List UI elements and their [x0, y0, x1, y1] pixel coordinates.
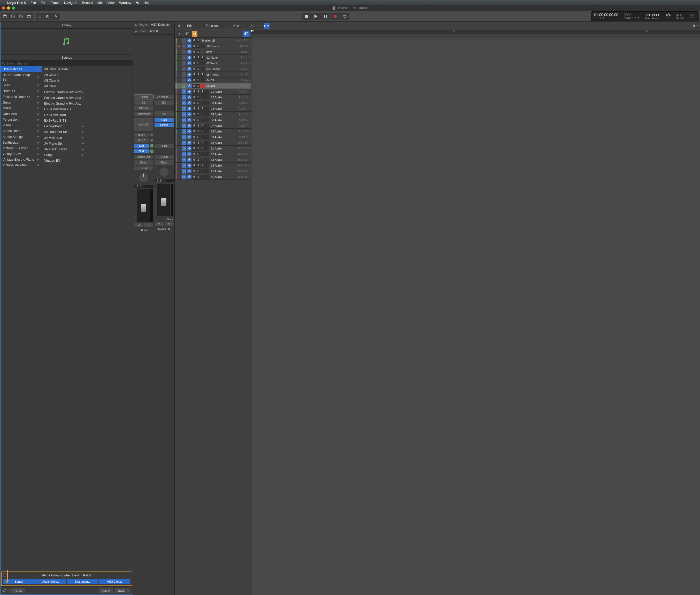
power-button[interactable]: ⏻: [187, 84, 191, 88]
track-header[interactable]: ⏻MSRI08 AudioAudio 8▸: [175, 129, 251, 134]
library-item[interactable]: Vintage B3 Organ▶: [1, 145, 42, 151]
tempo-mode[interactable]: Keep Tempo: [645, 17, 660, 20]
library-item[interactable]: Mallet▶: [1, 105, 42, 111]
library-item[interactable]: Orchestral▶: [1, 111, 42, 117]
solo-button[interactable]: S: [196, 107, 200, 111]
chevron-right-icon[interactable]: ▸: [249, 136, 250, 138]
input-monitor-button[interactable]: I: [205, 135, 209, 139]
mute-button[interactable]: M: [192, 73, 196, 77]
output-slot[interactable]: Stereo Out: [134, 154, 154, 159]
track-header[interactable]: ⏻MSR03 RhodesInst 3▸: [175, 66, 251, 72]
chevron-right-icon[interactable]: ▸: [249, 45, 250, 48]
mute-button[interactable]: M: [192, 164, 196, 168]
solo-button[interactable]: S: [144, 223, 154, 228]
library-item[interactable]: Electronic Drum Kit▶: [1, 94, 42, 100]
record-enable-button[interactable]: R: [200, 164, 205, 168]
library-item[interactable]: JA Drummer Kits▶: [42, 129, 86, 135]
chevron-right-icon[interactable]: ▸: [249, 119, 250, 121]
chevron-right-icon[interactable]: ▸: [249, 56, 250, 59]
input-monitor-button[interactable]: I: [205, 146, 209, 150]
back-button[interactable]: [176, 23, 182, 29]
record-enable-button[interactable]: R: [200, 61, 205, 65]
tempo-value[interactable]: 120.0000: [645, 13, 660, 17]
track-name[interactable]: 09 Audio: [210, 136, 238, 139]
library-item[interactable]: All Clear P: [42, 72, 86, 78]
track-icon[interactable]: [182, 101, 186, 105]
eq-slot[interactable]: EQ: [154, 100, 174, 105]
record-enable-button[interactable]: R: [200, 152, 205, 156]
automation-mode[interactable]: Read: [134, 166, 154, 171]
chevron-right-icon[interactable]: ▸: [249, 124, 250, 127]
solo-button[interactable]: S: [196, 141, 200, 145]
minimize-window-button[interactable]: [7, 6, 10, 9]
bounce-button[interactable]: Bnce: [154, 218, 174, 221]
record-enable-button[interactable]: R: [200, 90, 205, 94]
track-icon[interactable]: [182, 129, 186, 134]
track-icon[interactable]: [182, 61, 186, 65]
track-icon[interactable]: [182, 72, 186, 77]
mute-button[interactable]: M: [192, 135, 196, 139]
power-button[interactable]: ⏻: [187, 50, 191, 54]
track-icon[interactable]: [182, 123, 186, 128]
track-icon[interactable]: [182, 67, 186, 71]
power-button[interactable]: ⏻: [187, 152, 191, 156]
track-name[interactable]: 15 Bass: [201, 50, 239, 53]
send-bus1[interactable]: Bus 1: [134, 133, 150, 137]
mute-button[interactable]: M: [192, 61, 196, 65]
track-icon[interactable]: [182, 38, 186, 43]
solo-button[interactable]: S: [196, 78, 200, 82]
library-item[interactable]: GarageBand▶: [42, 123, 86, 129]
track-icon[interactable]: [182, 106, 186, 111]
power-button[interactable]: ⏻: [187, 118, 191, 122]
group-slot[interactable]: Group: [154, 154, 174, 159]
track-icon[interactable]: [182, 78, 186, 83]
solo-button[interactable]: S: [196, 73, 200, 77]
input-monitor-button[interactable]: I: [205, 130, 209, 134]
chevron-right-icon[interactable]: ▸: [249, 51, 250, 53]
chevron-right-icon[interactable]: ▸: [249, 153, 250, 155]
library-item[interactable]: User Patches▶: [1, 66, 42, 72]
chevron-right-icon[interactable]: ▸: [249, 107, 250, 110]
input-monitor-button[interactable]: I: [205, 141, 209, 145]
setting-slot[interactable]: JA Mixing…: [154, 94, 174, 100]
volume-fader[interactable]: [161, 198, 166, 206]
track-icon[interactable]: [182, 163, 186, 168]
track-header[interactable]: ⏻MSRI14 AudioAudio 14▸: [175, 163, 251, 168]
track-header[interactable]: ⏻MSRI06 AudioAudio 6▸: [175, 117, 251, 123]
power-button[interactable]: ⏻: [187, 101, 191, 105]
pointer-tool[interactable]: ▾: [693, 23, 698, 29]
track-header[interactable]: ⏻MSRI16 AudioAudio 16▸: [175, 174, 251, 180]
ruler[interactable]: 1 5 9: [251, 30, 700, 34]
solo-button[interactable]: S: [196, 44, 200, 48]
library-item[interactable]: EXS+Mellotron TS: [42, 106, 86, 112]
solo-button[interactable]: S: [196, 124, 200, 128]
mute-button[interactable]: M: [192, 107, 196, 111]
menu-item[interactable]: Record: [82, 1, 93, 5]
gain-control[interactable]: Gain: [154, 143, 174, 148]
power-button[interactable]: ⏻: [187, 73, 191, 77]
solo-button[interactable]: S: [196, 90, 200, 94]
mute-button[interactable]: M: [192, 84, 196, 88]
flex-button[interactable]: [257, 23, 262, 29]
smart-controls-button[interactable]: [36, 13, 44, 20]
track-header[interactable]: ⏻MSRI05 AudioAudio 5▸: [175, 112, 251, 117]
mute-button[interactable]: M: [192, 67, 196, 71]
record-enable-button[interactable]: R: [200, 44, 205, 48]
mute-button[interactable]: M: [192, 50, 196, 54]
track-icon[interactable]: [182, 112, 186, 117]
track-name[interactable]: 11 Audio: [210, 147, 237, 150]
track-header[interactable]: ⏻MSRI02 AudioAudio 2▸: [175, 94, 251, 100]
master-track-button[interactable]: [243, 31, 250, 37]
library-item[interactable]: Electric Grand w Rvb Aux 2: [42, 89, 86, 95]
send-sd4[interactable]: SD4: [134, 149, 150, 154]
library-item[interactable]: Vintage Clav▶: [1, 151, 42, 157]
mute-button[interactable]: M: [192, 38, 196, 42]
chevron-right-icon[interactable]: ▸: [249, 113, 250, 116]
mute-button[interactable]: M: [192, 78, 196, 82]
library-item[interactable]: Percussion▶: [1, 117, 42, 122]
stereo-slot[interactable]: ⊕⊕: [154, 111, 174, 117]
track-icon[interactable]: [182, 55, 186, 60]
groups-badge[interactable]: H: [192, 31, 197, 37]
merge-instruments-button[interactable]: Instruments: [67, 579, 99, 584]
track-icon[interactable]: [182, 135, 186, 139]
